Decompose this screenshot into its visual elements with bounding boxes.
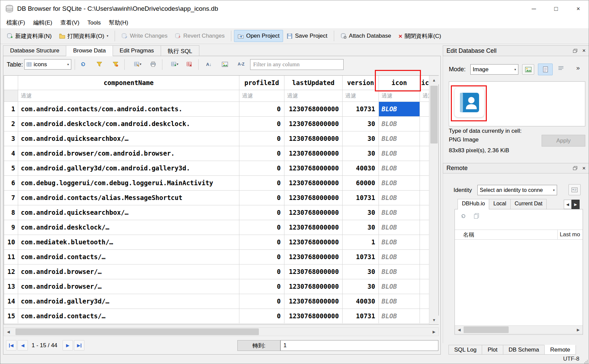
last-updated-cell[interactable]: 1230768000000 — [284, 309, 343, 324]
apply-button[interactable]: Apply — [542, 135, 585, 147]
menu-file[interactable]: 檔案(F) — [2, 17, 29, 28]
word-wrap-icon[interactable] — [558, 66, 564, 71]
profile-id-cell[interactable]: 0 — [239, 250, 284, 265]
component-name-cell[interactable]: com.android.gallery3d/… — [18, 294, 239, 309]
maximize-button[interactable]: □ — [545, 0, 567, 17]
scroll-left-button[interactable]: ◀ — [4, 328, 13, 336]
filter-partial-input[interactable]: 過濾 — [420, 90, 429, 102]
icon-blob-cell[interactable]: BLOB — [379, 146, 420, 161]
resize-grip-icon[interactable] — [584, 359, 588, 364]
attach-database-button[interactable]: Attach Database — [337, 30, 395, 42]
filter-profileId-input[interactable]: 過濾 — [239, 90, 284, 102]
row-number-cell[interactable]: 3 — [4, 131, 18, 146]
row-number-cell[interactable]: 10 — [4, 235, 18, 250]
last-updated-cell[interactable]: 1230768000000 — [284, 131, 343, 146]
row-number-cell[interactable]: 15 — [4, 309, 18, 324]
tab-local[interactable]: Local — [489, 199, 510, 209]
remote-refresh-icon[interactable] — [460, 213, 466, 219]
version-cell[interactable]: 1 — [343, 235, 379, 250]
icon-blob-cell-selected[interactable]: BLOB — [379, 102, 420, 117]
component-name-cell[interactable]: com.android.contacts/com.android.contact… — [18, 102, 239, 117]
hscrollbar-track[interactable] — [464, 326, 574, 334]
revert-changes-button[interactable]: Revert Changes — [171, 30, 228, 42]
last-updated-cell[interactable]: 1230768000000 — [284, 294, 343, 309]
scroll-right-button[interactable]: ▶ — [574, 326, 583, 334]
row-number-cell[interactable]: 11 — [4, 250, 18, 265]
version-cell[interactable]: 30 — [343, 279, 379, 294]
icon-blob-cell[interactable]: BLOB — [379, 176, 420, 191]
version-cell[interactable]: 60000 — [343, 176, 379, 191]
overflow-cell[interactable] — [420, 250, 429, 265]
name-column-header[interactable]: 名稱 — [455, 231, 474, 239]
manage-identities-button[interactable] — [568, 184, 581, 195]
refresh-button[interactable] — [78, 59, 88, 69]
last-updated-cell[interactable]: 1230768000000 — [284, 102, 343, 117]
table-vscrollbar[interactable]: ▲ ▼ — [429, 76, 438, 324]
last-updated-cell[interactable]: 1230768000000 — [284, 235, 343, 250]
row-number-cell[interactable]: 6 — [4, 176, 18, 191]
overflow-cell[interactable] — [420, 131, 429, 146]
sort-column-button[interactable]: A↓ — [204, 59, 214, 69]
last-updated-cell[interactable]: 1230768000000 — [284, 161, 343, 176]
last-updated-cell[interactable]: 1230768000000 — [284, 279, 343, 294]
menu-help[interactable]: 幫助(H) — [105, 17, 132, 28]
overflow-cell[interactable] — [420, 161, 429, 176]
version-cell[interactable]: 10731 — [343, 191, 379, 205]
overflow-cell[interactable] — [420, 146, 429, 161]
overflow-cell[interactable] — [420, 176, 429, 191]
icon-blob-cell[interactable]: BLOB — [379, 191, 420, 205]
icon-blob-cell[interactable]: BLOB — [379, 131, 420, 146]
profile-id-cell[interactable]: 0 — [239, 235, 284, 250]
last-updated-cell[interactable]: 1230768000000 — [284, 205, 343, 220]
overflow-cell[interactable] — [420, 102, 429, 117]
hscrollbar-track[interactable] — [13, 328, 430, 336]
header-lastUpdated[interactable]: lastUpdated — [284, 76, 343, 90]
print-button[interactable] — [148, 59, 158, 69]
component-name-cell[interactable]: com.debug.loggerui/com.debug.loggerui.Ma… — [18, 176, 239, 191]
cell-image-view-button[interactable] — [220, 59, 230, 69]
tab-browse-data[interactable]: Browse Data — [66, 45, 113, 56]
close-panel-icon[interactable]: × — [582, 47, 586, 54]
overflow-cell[interactable] — [420, 265, 429, 279]
new-record-button[interactable]: ▾ — [168, 59, 182, 69]
hscrollbar-thumb[interactable] — [464, 326, 509, 333]
component-name-cell[interactable]: com.android.gallery3d/com.android.galler… — [18, 161, 239, 176]
profile-id-cell[interactable]: 0 — [239, 279, 284, 294]
icon-blob-cell[interactable]: BLOB — [379, 309, 420, 324]
profile-id-cell[interactable]: 0 — [239, 117, 284, 131]
version-cell[interactable]: 30 — [343, 131, 379, 146]
icon-blob-cell[interactable]: BLOB — [379, 294, 420, 309]
tab-edit-pragmas[interactable]: Edit Pragmas — [113, 45, 161, 56]
overflow-cell[interactable] — [420, 294, 429, 309]
profile-id-cell[interactable]: 0 — [239, 309, 284, 324]
profile-id-cell[interactable]: 0 — [239, 146, 284, 161]
icon-blob-cell[interactable]: BLOB — [379, 279, 420, 294]
minimize-button[interactable]: ─ — [523, 0, 545, 17]
menu-view[interactable]: 查看(V) — [56, 17, 83, 28]
icon-blob-cell[interactable]: BLOB — [379, 250, 420, 265]
filter-lastUpdated-input[interactable]: 過濾 — [284, 90, 343, 102]
row-number-cell[interactable]: 2 — [4, 117, 18, 131]
version-cell[interactable]: 40030 — [343, 161, 379, 176]
overflow-cell[interactable] — [420, 235, 429, 250]
icon-blob-cell[interactable]: BLOB — [379, 220, 420, 235]
filter-any-column-input[interactable] — [250, 59, 344, 70]
identity-combobox[interactable]: Select an identity to conne ▾ — [477, 185, 557, 195]
scroll-up-button[interactable]: ▲ — [429, 76, 439, 84]
profile-id-cell[interactable]: 0 — [239, 265, 284, 279]
scroll-left-button[interactable]: ◀ — [455, 326, 464, 334]
row-number-cell[interactable]: 9 — [4, 220, 18, 235]
version-cell[interactable]: 30 — [343, 117, 379, 131]
tab-dbhub[interactable]: DBHub.io — [458, 199, 489, 209]
overflow-cell[interactable] — [420, 191, 429, 205]
tab-db-schema[interactable]: DB Schema — [503, 345, 545, 355]
last-updated-cell[interactable]: 1230768000000 — [284, 176, 343, 191]
goto-record-input[interactable] — [280, 340, 438, 351]
menu-edit[interactable]: 編輯(E) — [29, 17, 56, 28]
icon-blob-cell[interactable]: BLOB — [379, 265, 420, 279]
scroll-down-button[interactable]: ▼ — [429, 316, 439, 324]
version-cell[interactable]: 10731 — [343, 102, 379, 117]
float-panel-icon[interactable] — [573, 166, 578, 170]
table-selector-combobox[interactable]: icons ▾ — [24, 59, 71, 70]
last-updated-cell[interactable]: 1230768000000 — [284, 117, 343, 131]
